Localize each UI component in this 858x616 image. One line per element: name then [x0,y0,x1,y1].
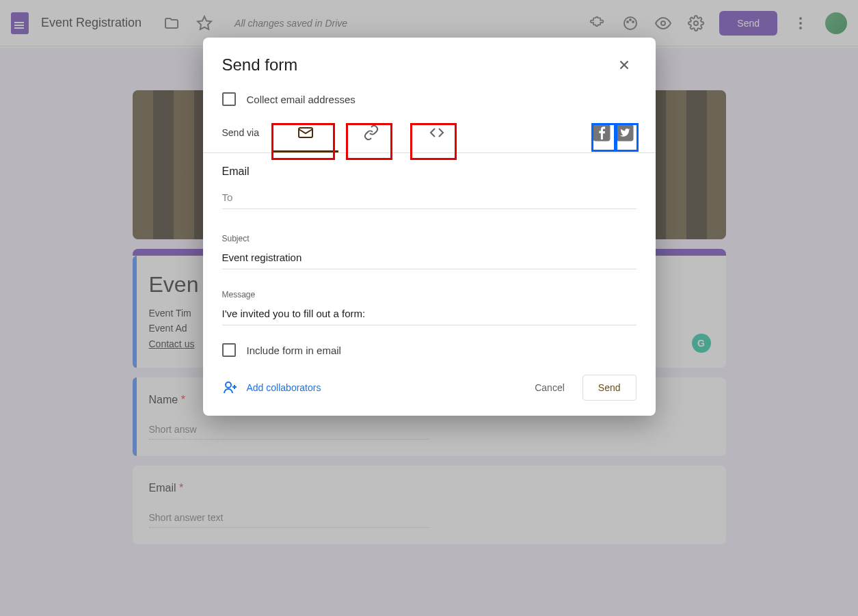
subject-field-group: Subject [203,228,656,275]
send-submit-button[interactable]: Send [582,375,636,401]
include-form-row: Include form in email [203,331,656,364]
include-form-checkbox[interactable] [222,343,236,357]
dialog-header: Send form [203,38,656,85]
svg-point-13 [226,382,231,388]
collect-emails-row: Collect email addresses [203,85,656,113]
send-via-tabs: Send via [203,113,656,153]
collect-emails-checkbox[interactable] [222,92,236,106]
dialog-title: Send form [222,55,298,75]
dialog-footer: Add collaborators Cancel Send [203,364,656,401]
send-via-label: Send via [222,127,259,138]
send-via-embed-tab[interactable] [404,113,470,152]
cancel-button[interactable]: Cancel [524,375,576,400]
to-field-group [203,180,656,215]
twitter-icon[interactable] [613,121,636,144]
include-form-label: Include form in email [247,345,341,356]
social-share [590,121,636,144]
subject-label: Subject [222,234,636,243]
close-icon[interactable] [612,53,636,77]
message-field-group: Message [203,284,656,331]
add-collaborators-button[interactable]: Add collaborators [222,379,321,396]
message-label: Message [222,290,636,299]
email-section-title: Email [203,153,656,180]
to-input[interactable] [222,186,636,209]
message-input[interactable] [222,302,636,325]
collect-emails-label: Collect email addresses [247,94,356,105]
send-via-email-tab[interactable] [273,113,338,152]
send-via-link-tab[interactable] [338,113,404,152]
send-form-dialog: Send form Collect email addresses Send v… [203,38,656,416]
subject-input[interactable] [222,246,636,269]
facebook-icon[interactable] [590,121,613,144]
